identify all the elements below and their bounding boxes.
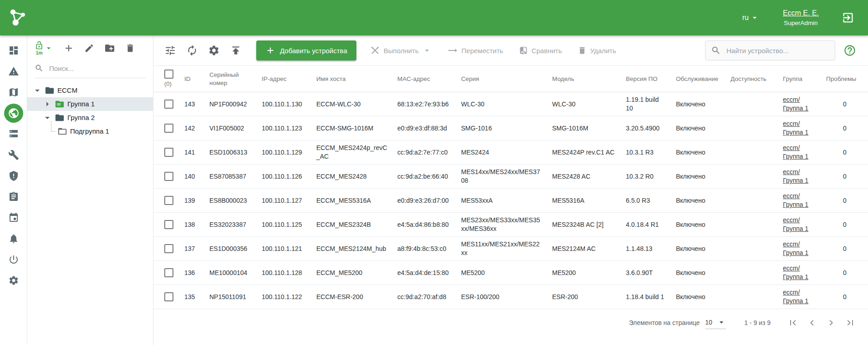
group-parent-link[interactable]: eccm/ <box>783 240 800 249</box>
table-settings-button[interactable] <box>208 45 220 56</box>
group-link[interactable]: Группа 1 <box>783 249 808 257</box>
execute-tools-icon <box>370 45 380 55</box>
nav-alarms[interactable] <box>4 62 23 81</box>
help-button[interactable] <box>843 43 857 58</box>
first-page-button[interactable] <box>783 313 802 332</box>
tree-search-input[interactable] <box>48 64 146 73</box>
table-row[interactable]: 142 VI1F005002 100.110.1.123 ECCM-SMG-10… <box>153 116 868 140</box>
nav-calendar[interactable] <box>4 208 23 227</box>
nav-power[interactable] <box>4 250 23 269</box>
table-row[interactable]: 141 ESD1006313 100.110.1.129 ECCM_MES242… <box>153 140 868 165</box>
col-header-host: Имя хоста <box>311 66 392 92</box>
edit-group-button[interactable] <box>84 43 94 53</box>
nav-tasks[interactable] <box>4 187 23 206</box>
group-parent-link[interactable]: eccm/ <box>783 264 800 273</box>
export-button[interactable] <box>230 45 242 56</box>
nav-maintenance[interactable] <box>4 145 23 165</box>
group-link[interactable]: Группа 1 <box>783 297 808 305</box>
row-checkbox[interactable] <box>164 244 173 253</box>
row-checkbox[interactable] <box>164 124 173 133</box>
group-parent-link[interactable]: eccm/ <box>783 216 800 225</box>
nav-dashboard[interactable] <box>4 41 23 60</box>
group-parent-link[interactable]: eccm/ <box>783 168 800 176</box>
per-page-select[interactable]: 10 <box>705 317 726 329</box>
model-cell: WLC-30 <box>547 92 620 116</box>
tree-node-eccm[interactable]: ECCM <box>27 84 153 97</box>
expand-arrow-icon[interactable] <box>42 99 53 110</box>
user-name-link[interactable]: Eccm E. E. <box>783 9 819 18</box>
nav-map[interactable] <box>4 83 23 102</box>
row-checkbox[interactable] <box>164 196 173 205</box>
firmware-cell: 6.5.0 R3 <box>620 189 670 213</box>
device-search-input[interactable] <box>726 46 829 55</box>
add-group-button[interactable] <box>63 43 74 54</box>
dashboard-icon <box>8 45 19 56</box>
new-folder-button[interactable] <box>104 43 115 54</box>
row-checkbox[interactable] <box>164 220 173 229</box>
add-devices-button[interactable]: Добавить устройства <box>256 40 356 60</box>
group-tree-panel: 1m ECCM Группа 1 <box>27 35 153 345</box>
group-link[interactable]: Группа 1 <box>783 152 808 161</box>
next-page-button[interactable] <box>822 313 841 332</box>
nav-settings[interactable] <box>4 271 23 290</box>
group-link[interactable]: Группа 1 <box>783 200 808 209</box>
tune-icon <box>164 45 176 56</box>
group-parent-link[interactable]: eccm/ <box>783 120 800 128</box>
table-row[interactable]: 140 ES87085387 100.110.1.126 ECCM_MES242… <box>153 165 868 189</box>
logout-button[interactable] <box>840 10 856 26</box>
prev-page-button[interactable] <box>802 313 822 332</box>
nav-racks[interactable] <box>4 125 23 144</box>
table-row[interactable]: 139 ES8B000023 100.110.1.127 ECCM_MES531… <box>153 189 868 213</box>
group-link[interactable]: Группа 1 <box>783 128 808 137</box>
model-cell: MES2428 AC <box>547 165 620 189</box>
delete-group-button[interactable] <box>125 43 135 53</box>
refresh-button[interactable] <box>186 45 198 56</box>
serial-cell: ES32023387 <box>204 213 256 237</box>
group-tree: ECCM Группа 1 Группа 2 Подгруппа 1 <box>27 78 153 138</box>
row-checkbox[interactable] <box>164 148 173 157</box>
row-checkbox[interactable] <box>164 292 173 301</box>
group-link[interactable]: Группа 1 <box>783 176 808 185</box>
model-cell: ESR-200 <box>547 285 620 309</box>
compare-button[interactable]: Сравнить <box>519 46 562 55</box>
language-selector[interactable]: ru <box>740 13 762 23</box>
table-row[interactable]: 143 NP1F000942 100.110.1.130 ECCM-WLC-30… <box>153 92 868 116</box>
collapse-arrow-icon[interactable] <box>32 85 43 96</box>
group-parent-link[interactable]: eccm/ <box>783 288 800 297</box>
row-checkbox[interactable] <box>164 268 173 277</box>
table-row[interactable]: 138 ES32023387 100.110.1.125 ECCM_MES232… <box>153 213 868 237</box>
mac-cell: e4:5a:d4:de:15:80 <box>392 261 456 285</box>
table-row[interactable]: 137 ES1D000356 100.110.1.121 ECCM_MES212… <box>153 237 868 261</box>
table-row[interactable]: 135 NP15011091 100.110.1.122 ECCM-ESR-20… <box>153 285 868 309</box>
nav-notifications[interactable] <box>4 229 23 248</box>
delete-button[interactable]: Удалить <box>578 46 616 55</box>
table-row[interactable]: 136 ME10000104 100.110.1.128 ECCM_ME5200… <box>153 261 868 285</box>
group-parent-link[interactable]: eccm/ <box>783 144 800 152</box>
group-link[interactable]: Группа 1 <box>783 104 808 113</box>
new-folder-icon <box>104 43 115 54</box>
group-link[interactable]: Группа 1 <box>783 273 808 281</box>
mac-cell: cc:9d:a2:be:66:40 <box>392 165 456 189</box>
tree-node-group2[interactable]: Группа 2 <box>27 111 153 125</box>
row-checkbox[interactable] <box>164 172 173 181</box>
last-page-button[interactable] <box>841 313 860 332</box>
filter-columns-button[interactable] <box>164 45 176 56</box>
sync-period-button[interactable]: 1m <box>35 41 53 55</box>
nav-devices[interactable] <box>4 104 23 123</box>
serial-cell: ES87085387 <box>204 165 256 189</box>
move-button[interactable]: Переместить <box>447 45 503 56</box>
tree-connector <box>47 125 56 138</box>
problems-cell: 0 <box>821 165 868 189</box>
row-checkbox[interactable] <box>164 100 173 109</box>
select-all-checkbox[interactable] <box>164 70 173 79</box>
checkbox-cell <box>153 116 179 140</box>
problems-cell: 0 <box>821 237 868 261</box>
tree-node-subgroup1[interactable]: Подгруппа 1 <box>27 125 153 138</box>
group-link[interactable]: Группа 1 <box>783 225 808 233</box>
execute-button[interactable]: Выполнить <box>370 45 431 55</box>
group-parent-link[interactable]: eccm/ <box>783 192 800 200</box>
chevron-down-icon <box>750 13 759 22</box>
tree-node-group1[interactable]: Группа 1 <box>27 97 153 111</box>
nav-security[interactable] <box>4 166 23 185</box>
group-parent-link[interactable]: eccm/ <box>783 95 800 104</box>
